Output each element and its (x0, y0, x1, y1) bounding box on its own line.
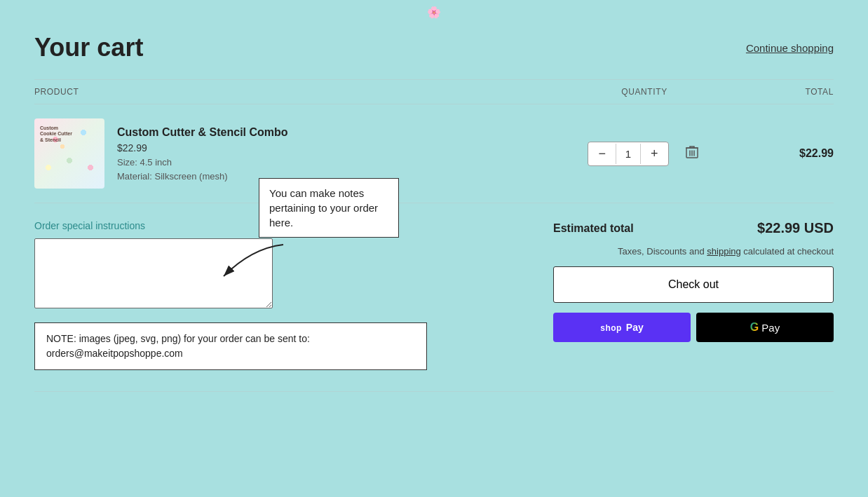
cart-item: CustomCookie Cutter& Stencil Custom Cutt… (34, 104, 834, 203)
google-pay-label: Pay (761, 322, 780, 334)
google-g-icon: G (750, 321, 759, 334)
right-section: Estimated total $22.99 USD Taxes, Discou… (553, 220, 834, 342)
callout-arrow (217, 241, 287, 283)
delete-item-button[interactable] (683, 142, 701, 165)
left-section: You can make notes pertaining to your or… (34, 220, 525, 370)
tax-note: Taxes, Discounts and shipping calculated… (553, 246, 834, 257)
google-pay-button[interactable]: G Pay (696, 313, 834, 342)
logo: 🌸 (427, 6, 441, 19)
estimated-label: Estimated total (553, 222, 634, 235)
note-callout: You can make notes pertaining to your or… (259, 178, 399, 238)
col-total-header: TOTAL (721, 87, 834, 97)
quantity-decrease-button[interactable]: − (588, 142, 616, 165)
col-quantity-header: QUANTITY (567, 87, 721, 97)
shop-pay-button[interactable]: shop Pay (553, 313, 691, 342)
item-total: $22.99 (721, 147, 834, 160)
quantity-increase-button[interactable]: + (641, 142, 668, 165)
quantity-controls: − 1 + (567, 142, 721, 166)
email-note: NOTE: images (jpeg, svg, png) for your o… (34, 322, 427, 370)
continue-shopping-button[interactable]: Continue shopping (746, 42, 834, 54)
product-name: Custom Cutter & Stencil Combo (117, 126, 288, 139)
product-image: CustomCookie Cutter& Stencil (34, 118, 104, 189)
trash-icon (686, 145, 698, 159)
product-details: Custom Cutter & Stencil Combo $22.99 Siz… (117, 126, 288, 182)
footer-divider (34, 391, 834, 392)
col-product-header: PRODUCT (34, 87, 567, 97)
checkout-button[interactable]: Check out (553, 266, 834, 303)
shipping-link[interactable]: shipping (707, 246, 740, 257)
payment-buttons: shop Pay G Pay (553, 313, 834, 342)
quantity-value: 1 (616, 144, 641, 164)
quantity-box: − 1 + (588, 142, 668, 166)
shop-pay-label: shop Pay (600, 322, 643, 333)
product-price: $22.99 (117, 142, 288, 154)
estimated-total-row: Estimated total $22.99 USD (553, 220, 834, 236)
page-title: Your cart (34, 33, 143, 62)
estimated-value: $22.99 USD (757, 220, 834, 236)
product-size: Size: 4.5 inch (117, 157, 288, 168)
